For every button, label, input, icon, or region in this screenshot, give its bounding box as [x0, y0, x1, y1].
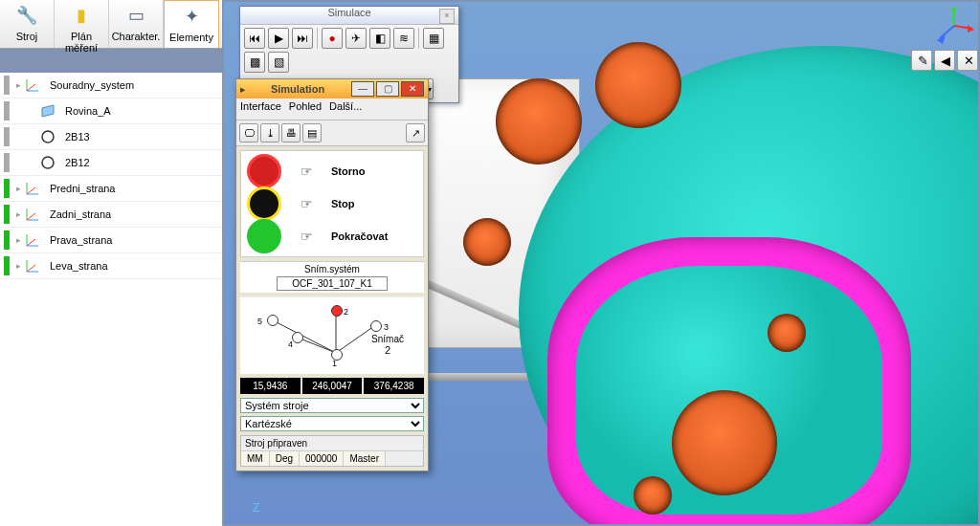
- status-tag: [4, 127, 10, 146]
- expand-icon[interactable]: ▸: [13, 80, 23, 90]
- part-boss: [496, 78, 582, 164]
- light-label[interactable]: Storno: [331, 165, 365, 177]
- machine-system-select[interactable]: Systém stroje: [240, 398, 424, 413]
- status-cell[interactable]: Master: [344, 451, 386, 466]
- tree-item-leva_strana[interactable]: ▸Leva_strana: [0, 253, 222, 279]
- minimize-icon[interactable]: —: [351, 81, 374, 97]
- tool-delete-icon[interactable]: ✕: [957, 50, 978, 71]
- status-cell[interactable]: MM: [241, 451, 270, 466]
- tool-print-icon[interactable]: 🖶: [281, 123, 301, 142]
- tool-back-icon[interactable]: ◀: [934, 50, 955, 71]
- simulation-menu: InterfacePohledDalší...: [236, 99, 428, 121]
- pointing-hand-icon[interactable]: ☞: [301, 164, 323, 179]
- menu-další...[interactable]: Další...: [329, 100, 362, 112]
- ribbon-tab-stroj[interactable]: 🔧Stroj: [0, 0, 55, 48]
- light-label[interactable]: Pokračovat: [331, 230, 388, 242]
- charakter.-icon: ▭: [125, 2, 146, 29]
- status-tag: [4, 153, 10, 172]
- expand-icon[interactable]: ▸: [13, 184, 23, 193]
- status-tag: [4, 205, 10, 224]
- nav-tools: ✎ ◀ ✕: [911, 50, 978, 71]
- expand-icon[interactable]: ▸: [13, 209, 23, 219]
- axes-icon: [23, 179, 42, 198]
- traffic-light-stop: [247, 186, 281, 221]
- tree-item-label: Rovina_A: [65, 105, 111, 117]
- center-bore: [672, 390, 777, 495]
- maximize-icon[interactable]: ▢: [376, 81, 399, 97]
- tree-item-zadni_strana[interactable]: ▸Zadni_strana: [0, 202, 222, 228]
- tree-item-label: Prava_strana: [50, 234, 112, 246]
- stylus-diagram[interactable]: 1 2 3 4 5 Snímač 2: [240, 296, 424, 374]
- svg-marker-9: [42, 105, 54, 117]
- light-label[interactable]: Stop: [331, 198, 354, 209]
- expand-icon[interactable]: ▸: [13, 235, 23, 245]
- tab-label: Stroj: [0, 31, 54, 42]
- svg-point-10: [42, 131, 54, 142]
- svg-line-26: [298, 338, 336, 353]
- bolt-hole: [768, 314, 806, 352]
- light-row-storno: ☞Storno: [245, 155, 419, 187]
- stylus-node-2-active[interactable]: [331, 305, 343, 317]
- pointing-hand-icon[interactable]: ☞: [301, 196, 323, 211]
- tool-edit-icon[interactable]: ↗: [406, 123, 425, 142]
- probe-system-field[interactable]: [277, 276, 388, 291]
- simulation-statusbar: Stroj připraven MMDeg000000Master: [240, 435, 424, 467]
- status-tag: [4, 230, 10, 250]
- tool-display-icon[interactable]: 🖵: [239, 123, 258, 142]
- tool-pencil-icon[interactable]: ✎: [911, 50, 932, 71]
- part-boss: [595, 42, 681, 128]
- sim-rewind-icon[interactable]: ⏮: [244, 28, 265, 49]
- tree-item-souradny_system[interactable]: ▸Souradny_system: [0, 73, 222, 99]
- tree-item-prava_strana[interactable]: ▸Prava_strana: [0, 228, 222, 253]
- sim-view1-icon[interactable]: ▦: [423, 28, 444, 49]
- tool-export-icon[interactable]: ⤓: [260, 123, 279, 142]
- stylus-field[interactable]: 2: [353, 344, 422, 356]
- ribbon-tab-charakter.[interactable]: ▭Charakter.: [109, 0, 164, 48]
- menu-pohled[interactable]: Pohled: [289, 100, 322, 112]
- sim-probe-icon[interactable]: ✈: [345, 28, 367, 49]
- sim-record-icon[interactable]: ●: [322, 28, 343, 49]
- coord-z: 376,4238: [364, 378, 424, 394]
- stylus-node-3[interactable]: [370, 320, 382, 332]
- status-cell[interactable]: Deg: [270, 451, 300, 466]
- plán měření-icon: ▮: [71, 2, 92, 29]
- tree-item-predni_strana[interactable]: ▸Predni_strana: [0, 176, 222, 202]
- expand-icon[interactable]: ▸: [13, 261, 23, 271]
- sim-point-icon[interactable]: ◧: [369, 28, 390, 49]
- coord-type-select[interactable]: Kartézské: [240, 416, 424, 431]
- sim-play-icon[interactable]: ▶: [268, 28, 289, 49]
- node-label: 2: [344, 307, 348, 317]
- part-flange-inner: [576, 266, 882, 515]
- ribbon-tab-plán měření[interactable]: ▮Plán měření: [55, 0, 109, 48]
- coord-x: 15,9436: [240, 378, 301, 394]
- menu-interface[interactable]: Interface: [240, 100, 281, 112]
- element-tree[interactable]: ▸Souradny_systemRovina_A2B132B12▸Predni_…: [0, 73, 223, 526]
- status-cell[interactable]: 000000: [300, 451, 344, 466]
- tree-item-rovina_a[interactable]: Rovina_A: [0, 99, 222, 124]
- node-label: 1: [332, 359, 337, 368]
- close-icon[interactable]: ✕: [401, 81, 424, 97]
- sim-ff-icon[interactable]: ⏭: [292, 28, 313, 49]
- simulation-window[interactable]: ▸ Simulation — ▢ ✕ InterfacePohledDalší.…: [235, 78, 429, 471]
- tool-doc-icon[interactable]: ▤: [302, 123, 322, 142]
- pointing-hand-icon[interactable]: ☞: [301, 229, 323, 244]
- tree-item-label: Leva_strana: [50, 260, 108, 272]
- tree-item-2b12[interactable]: 2B12: [0, 150, 222, 176]
- sim-view3-icon[interactable]: ▧: [268, 52, 289, 73]
- svg-point-11: [42, 157, 54, 168]
- ribbon-tab-elementy[interactable]: ✦Elementy: [164, 0, 219, 48]
- tree-item-2b13[interactable]: 2B13: [0, 124, 222, 150]
- svg-line-20: [27, 239, 35, 246]
- simulation-title-bar[interactable]: ▸ Simulation — ▢ ✕: [236, 79, 428, 99]
- axis-gizmo[interactable]: [934, 6, 974, 46]
- close-icon[interactable]: ×: [439, 9, 455, 24]
- light-row-pokračovat: ☞Pokračovat: [245, 220, 419, 252]
- stylus-node-5[interactable]: [267, 315, 278, 326]
- coordinate-readout: 15,9436 246,0047 376,4238: [240, 378, 424, 394]
- sim-path-icon[interactable]: ≋: [393, 28, 414, 49]
- simulace-title-bar[interactable]: Simulace ×: [240, 7, 458, 25]
- sim-view2-icon[interactable]: ▩: [244, 52, 265, 73]
- traffic-light-pokračovat: [247, 219, 281, 253]
- svg-line-17: [27, 213, 35, 220]
- stylus-node-4[interactable]: [292, 332, 303, 343]
